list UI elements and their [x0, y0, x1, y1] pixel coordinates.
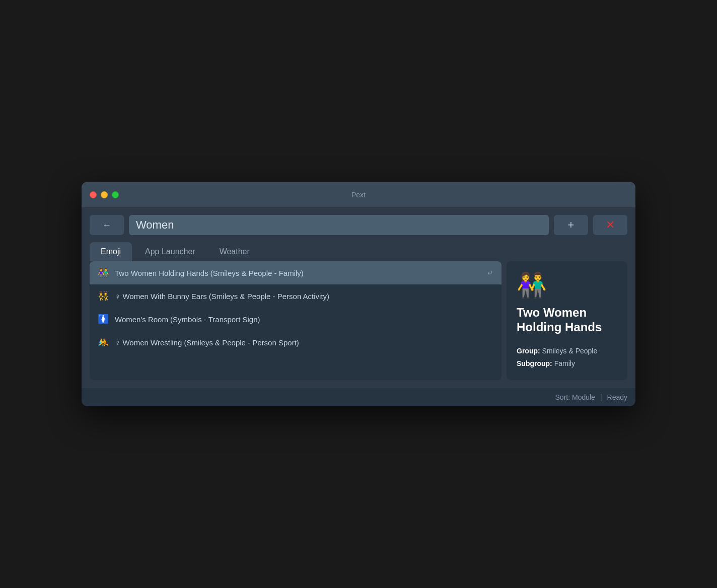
result-item-2[interactable]: 🚺 Women's Room (Symbols - Transport Sign…	[90, 308, 501, 331]
enter-icon-0: ↵	[487, 269, 493, 277]
result-item-1[interactable]: 👯 ♀ Women With Bunny Ears (Smileys & Peo…	[90, 284, 501, 308]
back-button[interactable]: ←	[90, 215, 124, 235]
result-text-1: ♀ Women With Bunny Ears (Smileys & Peopl…	[115, 292, 329, 301]
search-input[interactable]	[129, 215, 549, 235]
result-emoji-1: 👯	[98, 290, 110, 302]
detail-group: Group: Smileys & People	[517, 345, 617, 357]
detail-emoji: 👫	[517, 271, 617, 300]
status-separator: |	[600, 393, 602, 401]
traffic-lights	[90, 191, 119, 198]
detail-group-label: Group:	[517, 347, 540, 355]
result-emoji-0: 👫	[98, 267, 110, 278]
detail-meta: Group: Smileys & People Subgroup: Family	[517, 345, 617, 370]
statusbar: Sort: Module | Ready	[82, 388, 635, 406]
detail-subgroup-value: Family	[554, 359, 575, 368]
detail-subgroup-label: Subgroup:	[517, 359, 552, 368]
result-text-0: Two Women Holding Hands (Smileys & Peopl…	[115, 269, 304, 277]
maximize-button-traffic[interactable]	[112, 191, 119, 198]
close-button-traffic[interactable]	[90, 191, 97, 198]
result-item-3[interactable]: 🤼 ♀ Women Wrestling (Smileys & People - …	[90, 331, 501, 354]
add-button[interactable]: +	[554, 215, 588, 235]
tab-weather[interactable]: Weather	[208, 242, 261, 261]
result-emoji-2: 🚺	[98, 314, 110, 325]
content-area: 👫 Two Women Holding Hands (Smileys & Peo…	[82, 261, 635, 388]
result-text-2: Women's Room (Symbols - Transport Sign)	[115, 315, 260, 324]
results-panel: 👫 Two Women Holding Hands (Smileys & Peo…	[90, 261, 501, 380]
result-text-3: ♀ Women Wrestling (Smileys & People - Pe…	[115, 338, 299, 347]
tab-bar: Emoji App Launcher Weather	[82, 242, 635, 261]
minimize-button-traffic[interactable]	[101, 191, 108, 198]
app-window: Pext ← + ✕ Emoji App Launcher Weather 👫 …	[82, 182, 635, 406]
toolbar: ← + ✕	[82, 208, 635, 242]
detail-panel: 👫 Two Women Holding Hands Group: Smileys…	[507, 261, 627, 380]
result-emoji-3: 🤼	[98, 337, 110, 348]
tab-emoji[interactable]: Emoji	[90, 242, 132, 261]
sort-status: Sort: Module	[555, 393, 595, 401]
tab-app-launcher[interactable]: App Launcher	[134, 242, 206, 261]
detail-group-value: Smileys & People	[542, 347, 598, 355]
titlebar: Pext	[82, 182, 635, 208]
window-title: Pext	[351, 191, 366, 199]
clear-button[interactable]: ✕	[593, 215, 627, 235]
detail-title: Two Women Holding Hands	[517, 306, 617, 335]
detail-subgroup: Subgroup: Family	[517, 357, 617, 370]
result-item-0[interactable]: 👫 Two Women Holding Hands (Smileys & Peo…	[90, 261, 501, 284]
ready-status: Ready	[607, 393, 627, 401]
